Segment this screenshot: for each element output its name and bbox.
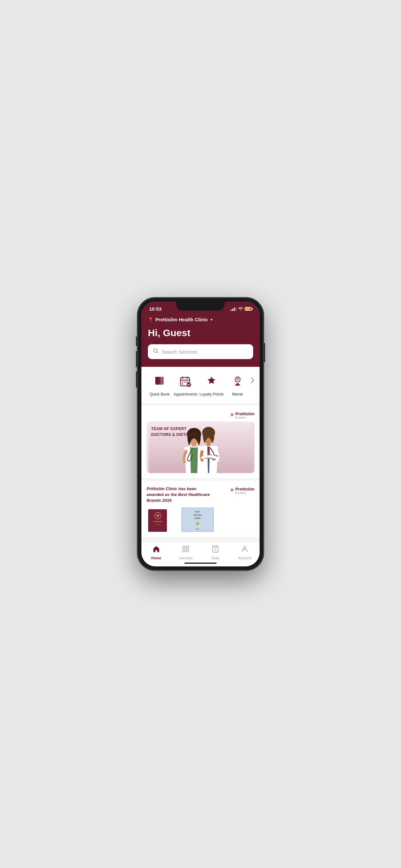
power-button — [264, 343, 265, 362]
award-images: Prettislim CLINIC BEST BRANDS 2016 Edge — [147, 507, 254, 532]
greeting-text: Hi, Guest — [148, 328, 253, 338]
appointments-action[interactable]: Appointments — [173, 373, 199, 397]
nav-account[interactable]: Account — [230, 545, 260, 560]
loyalty-points-action[interactable]: Loyalty Points — [198, 373, 225, 397]
nav-account-label: Account — [238, 556, 251, 560]
tools-icon — [212, 545, 219, 555]
home-indicator — [184, 562, 217, 564]
svg-rect-33 — [212, 547, 218, 552]
volume-up-button — [136, 351, 137, 367]
book-icon — [151, 373, 167, 390]
scroll-right-arrow[interactable] — [251, 373, 254, 383]
svg-rect-17 — [207, 442, 211, 446]
account-icon — [241, 545, 249, 555]
silent-button — [136, 337, 137, 346]
svg-rect-32 — [186, 550, 189, 552]
svg-point-34 — [243, 547, 246, 549]
wifi-icon — [238, 306, 243, 311]
nav-home-label: Home — [151, 556, 161, 560]
location-name: Prettislim Health Clinic — [155, 317, 208, 322]
status-icons — [230, 306, 252, 311]
award-logo-symbol: ✳ — [230, 487, 234, 493]
loyalty-points-label: Loyalty Points — [199, 392, 224, 397]
quick-book-label: Quick Book — [150, 392, 169, 397]
status-time: 10:53 — [149, 306, 161, 312]
nav-services-label: Services — [179, 556, 192, 560]
award-card: Prittislim Clinic has been awarded as th… — [142, 481, 259, 537]
phone-screen: 10:53 — [142, 302, 259, 566]
quick-book-action[interactable]: Quick Book — [147, 373, 173, 397]
battery-icon — [245, 307, 252, 311]
svg-text:CLINIC: CLINIC — [156, 524, 160, 526]
award-logo: ✳ Prettislim CLINIC — [230, 486, 254, 494]
svg-rect-7 — [182, 383, 183, 384]
signal-icon — [230, 307, 236, 311]
svg-rect-6 — [186, 381, 188, 383]
quick-actions-row: Quick Book — [142, 367, 259, 403]
award-header: Prittislim Clinic has been awarded as th… — [147, 486, 254, 504]
app-header: 📍 Prettislim Health Clinic ▾ Hi, Guest S… — [142, 314, 259, 367]
svg-rect-9 — [236, 383, 239, 384]
star-icon — [204, 373, 220, 390]
home-icon — [152, 545, 160, 555]
logo-subtext: CLINIC — [235, 416, 254, 419]
doctors-banner: TEAM OF EXPERT DOCTORS & DIETITIANS — [147, 422, 254, 473]
svg-text:BRANDS: BRANDS — [193, 514, 202, 516]
svg-text:BEST: BEST — [195, 511, 200, 513]
svg-text:Edge: Edge — [196, 528, 199, 530]
search-icon — [153, 348, 159, 355]
volume-down-button — [136, 371, 137, 388]
nav-home[interactable]: Home — [142, 545, 171, 560]
banner-text: TEAM OF EXPERT DOCTORS & DIETITIANS — [151, 426, 199, 438]
membership-label: Memb — [232, 392, 243, 397]
logo-text: Prettislim — [235, 411, 254, 416]
calendar-check-icon — [178, 373, 194, 390]
prettislim-logo: ✳ Prettislim CLINIC — [147, 411, 254, 419]
svg-rect-1 — [158, 377, 160, 384]
chevron-down-icon: ▾ — [211, 317, 212, 322]
main-content: Quick Book — [142, 367, 259, 541]
trophy-icon — [229, 373, 246, 390]
membership-action[interactable]: Memb — [225, 373, 251, 397]
svg-rect-31 — [183, 550, 185, 552]
location-pin-icon: 📍 — [148, 317, 153, 322]
svg-rect-30 — [186, 546, 189, 548]
nav-tools[interactable]: Tools — [201, 545, 230, 560]
award-logo-sub: CLINIC — [235, 492, 254, 494]
doctors-card: ✳ Prettislim CLINIC TEAM OF EXPERT DOCTO… — [142, 406, 259, 478]
appointments-label: Appointments — [174, 392, 197, 397]
logo-symbol: ✳ — [230, 412, 234, 418]
svg-text:Prettislim: Prettislim — [153, 521, 162, 523]
location-bar[interactable]: 📍 Prettislim Health Clinic ▾ — [148, 317, 253, 322]
phone-device: 10:53 — [137, 298, 264, 570]
search-placeholder: Search Services — [162, 349, 197, 354]
svg-text:2016: 2016 — [195, 517, 201, 520]
nav-tools-label: Tools — [211, 556, 220, 560]
search-bar[interactable]: Search Services — [148, 344, 253, 359]
svg-rect-29 — [183, 546, 185, 548]
phone-notch — [176, 302, 225, 311]
svg-rect-10 — [235, 384, 240, 385]
nav-services[interactable]: Services — [171, 545, 201, 560]
svg-rect-5 — [184, 381, 186, 383]
award-logo-text: Prettislim — [235, 487, 254, 492]
svg-rect-4 — [182, 381, 183, 383]
services-icon — [182, 545, 189, 555]
award-title: Prittislim Clinic has been awarded as th… — [147, 486, 211, 504]
